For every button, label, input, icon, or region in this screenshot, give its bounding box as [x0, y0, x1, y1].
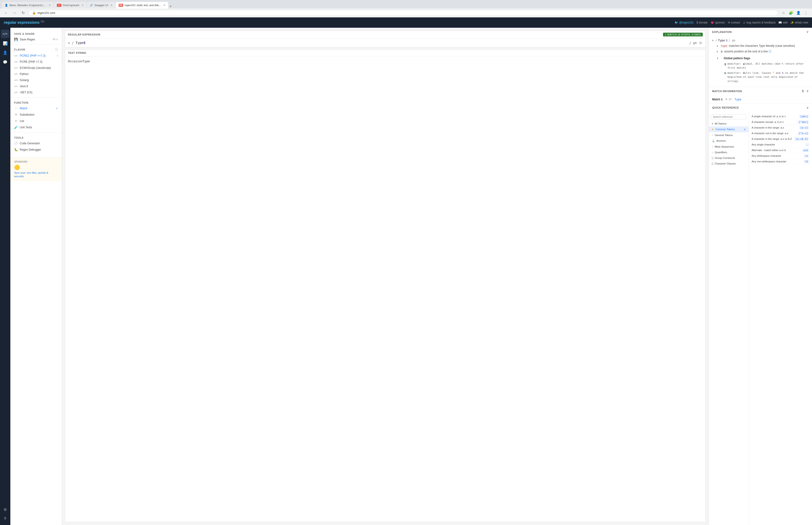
match-export-button[interactable]: ⬆ [801, 89, 805, 93]
nav-bug-reports[interactable]: ⚠ bug reports & feedback [743, 21, 776, 24]
function-list[interactable]: ≡ List [10, 118, 62, 124]
flavor-pcre[interactable]: </> PCRE (PHP <7.3) [10, 59, 62, 65]
quick-ref-quantifiers[interactable]: ○ Quantifiers [709, 149, 749, 155]
sponsors-text[interactable]: Sync your .env files, quickly & securely [14, 171, 58, 178]
quick-ref-search-input[interactable] [711, 114, 747, 119]
flag-m-item: m modifier: multi line. Causes ^ and $ t… [717, 71, 809, 84]
quick-ref-group-constructs[interactable]: () Group Constructs [709, 155, 749, 161]
flavor-dotnet-label: .NET (C#) [20, 91, 32, 94]
browser-tab-2[interactable]: 1C OneCognizant ✕ [54, 2, 87, 9]
type-item: ▸ Type matches the characters Type liter… [712, 43, 809, 49]
regex-copy-button[interactable]: ⧉ [699, 41, 703, 45]
flavor-ecma[interactable]: </> ECMAScript (JavaScript) [10, 65, 62, 71]
nav-sponsor[interactable]: 💗 sponsor [710, 21, 725, 24]
function-unit-tests[interactable]: 🧪 Unit Tests [10, 124, 62, 131]
tab1-title: Mane, Mahadev (Cognizant) | ... [10, 4, 46, 6]
back-button[interactable]: ← [3, 10, 10, 16]
reload-button[interactable]: ↻ [20, 10, 26, 16]
browser-tab-3[interactable]: 🔗 Swagger UI ✕ [87, 2, 115, 9]
function-substitution[interactable]: ✕ Substitution [10, 111, 62, 118]
tool-regex-debugger[interactable]: 🐛 Regex Debugger [10, 146, 62, 153]
global-flags-toggle[interactable]: ▾ [717, 57, 718, 60]
meta-sequences-icon: ○ [712, 145, 713, 148]
nav-donate[interactable]: $ donate [696, 21, 707, 24]
menu-icon[interactable]: ⋮ [802, 10, 809, 16]
regex-menu-button[interactable]: ≡ [68, 41, 70, 45]
tab1-close[interactable]: ✕ [49, 4, 51, 7]
tool-code-generator[interactable]: 📄 Code Generator [10, 140, 62, 146]
regex-input-display[interactable]: Type$ [76, 41, 687, 45]
anchor-item: ▸ $ asserts position at the end of a lin… [712, 49, 809, 55]
quick-ref-meta-sequences[interactable]: ○ Meta Sequences [709, 144, 749, 149]
quick-ref-all-tokens[interactable]: ● All Tokens [709, 121, 749, 126]
flavor-info-icon[interactable]: ⓘ [55, 47, 58, 52]
flag-g-item: g modifier: global. All matches (don't r… [717, 61, 809, 71]
group-constructs-icon: () [712, 156, 713, 159]
group-constructs-label: Group Constructs [715, 156, 735, 159]
browser-tab-4[interactable]: RE regex101: build, test, and deb... ✕ [116, 2, 168, 9]
tab3-close[interactable]: ✕ [110, 4, 112, 7]
bookmark-icon[interactable]: ☆ [780, 10, 787, 16]
flavor-java8[interactable]: </> Java 8 [10, 83, 62, 89]
logo-regular: regular [4, 21, 16, 25]
type-code-token: Type [720, 44, 728, 48]
sidebar-icon-community[interactable]: 💬 [1, 58, 10, 66]
quick-ref-general-tokens[interactable]: ○ General Tokens [709, 132, 749, 138]
anchor-desc: asserts position at the end of a line [724, 50, 768, 53]
save-icon: 💾 [14, 38, 18, 41]
sidebar-icon-user[interactable]: 👤 [1, 48, 10, 57]
sidebar-icon-settings[interactable]: ⚙ [1, 505, 10, 514]
quick-ref-common-tokens[interactable]: ★ Common Tokens ∨ [709, 126, 749, 132]
bug-icon: ⚠ [743, 21, 746, 24]
profile-icon[interactable]: 👤 [795, 10, 802, 16]
match-info-header[interactable]: MATCH INFORMATION ⬆ ∨ [709, 87, 812, 95]
flavor-java8-label: Java 8 [20, 85, 28, 88]
tree-root-toggle[interactable]: ▾ [712, 38, 714, 43]
nav-wiki[interactable]: 📖 wiki [778, 21, 787, 24]
nav-twitter[interactable]: 🐦 @regex101 [675, 21, 693, 24]
browser-tab-1[interactable]: 👤 Mane, Mahadev (Cognizant) | ... ✕ [2, 2, 53, 9]
anchors-label: Anchors [716, 139, 726, 142]
new-tab-button[interactable]: + [169, 4, 173, 9]
test-textarea-container: OccasionType [65, 56, 706, 522]
flag-g-key: g [724, 62, 726, 66]
anchors-icon: ⚓ [712, 139, 715, 142]
tab4-close[interactable]: ✕ [163, 4, 165, 7]
function-match[interactable]: › Match ✓ [10, 105, 62, 111]
tab4-favicon: RE [119, 4, 123, 7]
nav-contact[interactable]: ✉ contact [728, 21, 740, 24]
flavor-golang[interactable]: </> Golang [10, 77, 62, 83]
flavor-dotnet[interactable]: </> .NET (C#) [10, 89, 62, 95]
flavor-pcre-label: PCRE (PHP <7.3) [20, 60, 42, 63]
settings-icon: ⚙ [3, 507, 7, 512]
tab2-close[interactable]: ✕ [81, 4, 83, 7]
flavor-pcre2[interactable]: </> PCRE2 (PHP >=7.3) › [10, 52, 62, 59]
save-share-title: SAVE & SHARE [14, 32, 35, 35]
save-regex-item[interactable]: 💾 Save Regex ⌘+s [10, 36, 62, 43]
address-bar[interactable]: 🔒 regex101.com [28, 10, 778, 16]
sidebar-icon-code[interactable]: </> [1, 30, 10, 38]
sidebar-icon-stats[interactable]: 📊 [1, 39, 10, 47]
function-section-title: FUNCTION [10, 100, 62, 105]
browser-toolbar: ← → ↻ 🔒 regex101.com ☆ 🧩 👤 ⋮ [0, 9, 812, 17]
tab4-title: regex101: build, test, and deb... [124, 4, 161, 6]
quick-ref-anchors[interactable]: ⚓ Anchors [709, 138, 749, 144]
pcre2-arrow: › [57, 54, 58, 57]
nav-whats-new[interactable]: ✨ whats new [791, 21, 808, 24]
explanation-header[interactable]: EXPLANATION ∨ [709, 28, 812, 36]
test-textarea[interactable]: OccasionType [65, 56, 706, 522]
forward-button[interactable]: → [11, 10, 18, 16]
ref-code-0: [abc] [799, 115, 809, 118]
type-toggle[interactable]: ▸ [717, 44, 718, 47]
user-icon: 👤 [3, 50, 7, 55]
extensions-icon[interactable]: 🧩 [787, 10, 794, 16]
quick-ref-header[interactable]: QUICK REFERENCE ∨ [709, 104, 812, 112]
quick-ref-character-classes[interactable]: [] Character Classes [709, 161, 749, 166]
flavor-python[interactable]: </> Python [10, 71, 62, 77]
common-tokens-icon: ★ [712, 128, 714, 131]
ref-row-8: Any non-whitespace character \S [752, 159, 809, 165]
anchor-hint-icon[interactable]: ⓘ [768, 50, 771, 53]
sidebar-icon-help[interactable]: ? [1, 515, 10, 523]
regex-flags[interactable]: gm [693, 41, 696, 45]
anchor-toggle[interactable]: ▸ [717, 50, 718, 53]
